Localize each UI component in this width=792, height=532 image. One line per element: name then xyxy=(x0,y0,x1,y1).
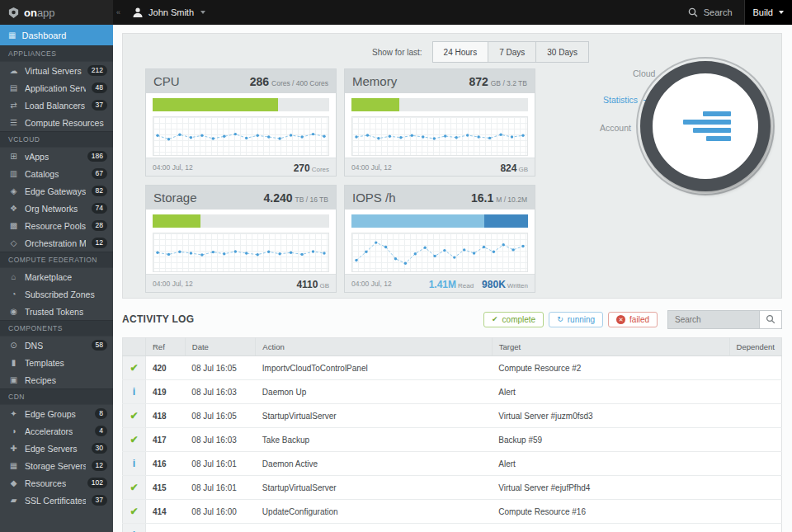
sidebar-collapse-icon[interactable]: « xyxy=(113,0,124,25)
cell-date: 08 Jul 16:03 xyxy=(185,380,256,404)
status-cell: ✔ xyxy=(123,404,146,428)
progress-fill xyxy=(351,98,399,111)
count-badge: 4 xyxy=(95,426,107,435)
filter-running-button[interactable]: ↻running xyxy=(549,312,603,327)
global-search[interactable]: Search xyxy=(676,0,744,25)
show-for-last-label: Show for last: xyxy=(372,48,422,57)
sidebar-item-label: Recipes xyxy=(25,375,56,385)
tile-value-unit: M / 10.2M xyxy=(496,195,527,204)
table-row[interactable]: i41608 Jul 16:01Daemon ActiveAlert xyxy=(123,452,782,476)
tile-header: IOPS /h16.1M / 10.2M xyxy=(345,186,535,210)
status-cell: ✔ xyxy=(123,500,146,524)
table-row[interactable]: i41908 Jul 16:03Daemon UpAlert xyxy=(123,380,782,404)
sidebar-item-resources[interactable]: ◆Resources102 xyxy=(0,474,113,492)
cell-ref: 414 xyxy=(145,500,185,524)
sidebar-item-application-servers[interactable]: ▤Application Servers48 xyxy=(0,79,113,97)
chevron-down-icon xyxy=(200,11,205,14)
onapp-logo-icon xyxy=(7,7,20,19)
filter-complete-button[interactable]: ✔complete xyxy=(483,312,544,327)
sidebar-item-label: Trusted Tokens xyxy=(25,307,83,317)
footer-value-unit: Written xyxy=(507,282,528,290)
tile-header: Storage4.240TB / 16 TB xyxy=(146,186,336,210)
activity-search-input[interactable] xyxy=(667,310,760,329)
activity-search xyxy=(667,310,782,329)
column-status xyxy=(123,338,146,356)
sidebar-item-recipes[interactable]: ▣Recipes xyxy=(0,371,113,388)
sidebar-item-storage-servers[interactable]: ▦Storage Servers12 xyxy=(0,457,113,474)
load-balancer-icon: ⇄ xyxy=(8,101,19,110)
onapp-dashboard: on app « John Smith Search Build ▦ xyxy=(0,0,792,532)
usage-sparkline-chart xyxy=(153,116,329,156)
range-7-days-button[interactable]: 7 Days xyxy=(488,41,536,63)
sidebar-item-vapps[interactable]: ⊞vApps186 xyxy=(0,148,113,165)
sidebar-item-virtual-servers[interactable]: ☁Virtual Servers212 xyxy=(0,62,113,79)
sidebar-item-load-balancers[interactable]: ⇄Load Balancers37 xyxy=(0,97,113,114)
user-menu[interactable]: John Smith xyxy=(124,0,214,25)
sidebar-item-compute-resources[interactable]: ☰Compute Resources xyxy=(0,114,113,131)
subscribed-zones-icon: ◔ xyxy=(8,290,19,299)
stats-dial[interactable] xyxy=(636,57,775,195)
range-30-days-button[interactable]: 30 Days xyxy=(536,41,589,63)
catalogs-icon: ▥ xyxy=(8,169,19,178)
widget-tab-account[interactable]: Account xyxy=(600,123,631,133)
count-badge: 28 xyxy=(92,220,107,230)
resource-pools-icon: ▩ xyxy=(8,221,19,230)
edge-servers-icon: ✚ xyxy=(8,444,19,453)
usage-tiles: CPU286Cores / 400 Cores04:00 Jul, 12270C… xyxy=(145,68,535,293)
range-24-hours-button[interactable]: 24 Hours xyxy=(432,41,489,63)
usage-progress-bar xyxy=(153,98,329,111)
sidebar-item-trusted-tokens[interactable]: ◉Trusted Tokens xyxy=(0,303,113,320)
dns-icon: ⊙ xyxy=(8,341,19,350)
sidebar-item-dns[interactable]: ⊙DNS58 xyxy=(0,337,113,354)
recipes-icon: ▣ xyxy=(8,375,19,384)
activity-search-button[interactable] xyxy=(760,310,782,329)
footer-value-number: 270 xyxy=(294,162,310,174)
dashboard-icon: ▦ xyxy=(8,31,16,40)
table-row[interactable]: ✔41508 Jul 16:01StartupVirtualServerVirt… xyxy=(123,476,782,500)
tile-value-number: 286 xyxy=(250,75,269,88)
build-button[interactable]: Build xyxy=(744,0,792,25)
sidebar-item-templates[interactable]: ▮Templates xyxy=(0,354,113,371)
progress-fill xyxy=(153,214,200,228)
sidebar-item-marketplace[interactable]: ⌂Marketplace xyxy=(0,268,113,285)
sidebar-item-orchestration-models[interactable]: ◇Orchestration Models12 xyxy=(0,234,113,252)
sidebar-item-dashboard[interactable]: ▦ Dashboard xyxy=(0,25,113,45)
sidebar-item-label: Resource Pools xyxy=(25,221,86,231)
sidebar-item-accelerators[interactable]: ◑Accelerators4 xyxy=(0,422,113,440)
sidebar-item-org-networks[interactable]: ❖Org Networks74 xyxy=(0,200,113,217)
table-row[interactable]: ✔41408 Jul 16:00UpdateConfigurationCompu… xyxy=(123,500,782,524)
sidebar-item-edge-servers[interactable]: ✚Edge Servers30 xyxy=(0,440,113,457)
table-row[interactable]: ✔41708 Jul 16:03Take BackupBackup #59 xyxy=(123,428,782,452)
widget-tab-cloud[interactable]: Cloud xyxy=(633,68,655,78)
tile-footer: 04:00 Jul, 12824GB xyxy=(345,158,535,176)
usage-sparkline-chart xyxy=(351,233,528,272)
table-row[interactable]: ✔42008 Jul 16:05ImportvCloudToControlPan… xyxy=(123,356,782,380)
footer-value-number: 824 xyxy=(500,162,516,174)
sidebar-item-label: Org Networks xyxy=(25,204,78,214)
sidebar-item-resource-pools[interactable]: ▩Resource Pools28 xyxy=(0,217,113,234)
templates-icon: ▮ xyxy=(8,358,19,367)
cell-date: 08 Jul 16:05 xyxy=(185,356,256,380)
tile-header: CPU286Cores / 400 Cores xyxy=(146,69,336,93)
filter-failed-button[interactable]: ✕failed xyxy=(608,312,658,327)
footer-value: 824GB xyxy=(500,160,528,175)
sidebar-item-label: Templates xyxy=(25,358,64,368)
table-header-row: RefDateActionTargetDependent xyxy=(123,338,782,356)
check-icon: ✔ xyxy=(130,434,138,445)
table-row[interactable]: i xyxy=(123,524,782,532)
onapp-logo[interactable]: on app xyxy=(0,0,113,25)
sidebar-item-catalogs[interactable]: ▥Catalogs67 xyxy=(0,165,113,182)
column-action: Action xyxy=(256,338,492,356)
sidebar-item-edge-gateways[interactable]: ◈Edge Gateways82 xyxy=(0,182,113,200)
footer-value-unit: GB xyxy=(518,166,528,173)
user-name: John Smith xyxy=(148,7,194,17)
chart-timestamp: 04:00 Jul, 12 xyxy=(351,280,392,288)
column-target: Target xyxy=(492,338,729,356)
sidebar-item-edge-groups[interactable]: ✦Edge Groups8 xyxy=(0,405,113,422)
table-row[interactable]: ✔41808 Jul 16:05StartupVirtualServerVirt… xyxy=(123,404,782,428)
edge-groups-icon: ✦ xyxy=(8,409,19,418)
sidebar-item-ssl-certificates[interactable]: ▰SSL Certificates37 xyxy=(0,492,113,509)
status-cell: ✔ xyxy=(123,476,146,500)
footer-values: 824GB xyxy=(492,160,528,175)
sidebar-item-subscribed-zones[interactable]: ◔Subscribed Zones xyxy=(0,285,113,303)
